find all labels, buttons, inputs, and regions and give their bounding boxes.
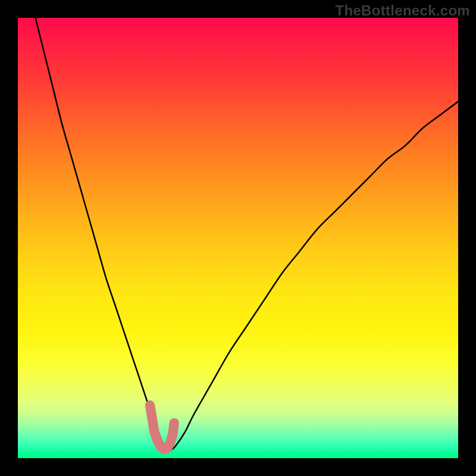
chart-frame: TheBottleneck.com — [0, 0, 476, 476]
watermark-text: TheBottleneck.com — [336, 2, 470, 19]
plot-area — [18, 18, 458, 458]
highlight-layer — [18, 18, 458, 458]
optimal-range-highlight — [150, 405, 174, 449]
